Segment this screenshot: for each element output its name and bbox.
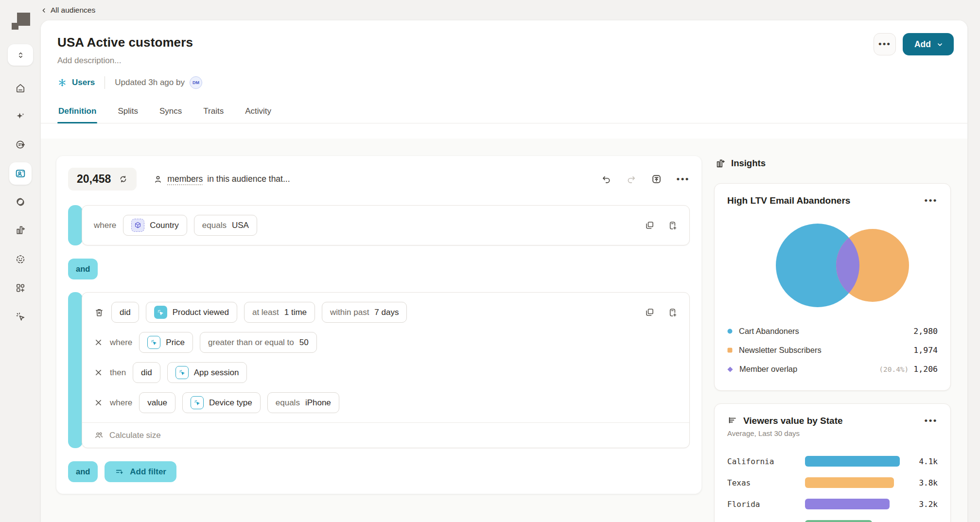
did-label: did (120, 308, 131, 317)
bar-row: Texas 3.8k (727, 477, 938, 488)
app-logo[interactable] (12, 12, 31, 31)
sidebar-item-assistant[interactable] (15, 111, 26, 122)
where-keyword: where (110, 338, 132, 348)
property-label: Price (166, 338, 185, 348)
calculate-size-button[interactable]: Calculate size (82, 422, 689, 448)
and-connector-2[interactable]: and (68, 461, 98, 482)
operator-muted: greater than or equal to (208, 338, 294, 348)
cube-icon (131, 219, 144, 232)
bar-chart-plus-icon (15, 225, 26, 236)
event-pill-app-session[interactable]: App session (167, 362, 247, 383)
people-icon (94, 430, 104, 440)
sidebar-item-audiences[interactable] (9, 162, 32, 185)
chevron-left-icon (41, 7, 47, 14)
window-muted: within past (330, 308, 369, 317)
event-pill-product-viewed[interactable]: Product viewed (146, 302, 237, 323)
person-icon (153, 174, 163, 184)
bar-california[interactable] (805, 456, 900, 467)
loop-icon (15, 196, 26, 208)
bars-card-more-button[interactable]: ••• (925, 416, 938, 426)
remove-condition-icon[interactable] (94, 338, 103, 347)
header-more-button[interactable]: ••• (874, 33, 896, 55)
duplicate-icon[interactable] (645, 220, 655, 230)
save-template-button[interactable] (651, 174, 662, 185)
bar-value: 3.8k (911, 478, 938, 487)
bars-card-subtitle: Average, Last 30 days (727, 429, 938, 437)
legend-row: Member overlap (20.4%)1,206 (727, 360, 938, 379)
did-pill[interactable]: did (111, 302, 139, 323)
members-link[interactable]: members (167, 174, 203, 184)
operator-pill-equals-iphone[interactable]: equals iPhone (267, 392, 339, 413)
undo-button[interactable] (601, 174, 612, 184)
and-connector-1[interactable]: and (68, 259, 98, 279)
property-label: Device type (209, 398, 252, 408)
calculate-size-label: Calculate size (109, 431, 161, 440)
bar-florida[interactable] (805, 499, 890, 509)
venn-card-more-button[interactable]: ••• (925, 195, 938, 206)
sidebar-item-workspace-switcher[interactable] (8, 44, 33, 66)
then-keyword: then (110, 368, 126, 378)
tab-bar: Definition Splits Syncs Traits Activity (41, 102, 967, 123)
bar-new-york[interactable] (805, 520, 872, 522)
paste-add-icon[interactable] (667, 220, 678, 230)
logo-square-large (17, 13, 30, 26)
legend-row: Newsletter Subscribers 1,974 (727, 341, 938, 360)
remove-condition-icon[interactable] (94, 368, 103, 377)
source-link[interactable]: Users (57, 78, 95, 87)
breadcrumb[interactable]: All audiences (41, 6, 95, 15)
bar-value: 4.1k (911, 457, 938, 466)
frequency-pill[interactable]: at least 1 time (244, 302, 315, 323)
redo-button[interactable] (626, 174, 636, 184)
logo-square-small (12, 23, 18, 30)
insights-title: Insights (731, 158, 766, 169)
duplicate-icon[interactable] (645, 307, 655, 317)
event-spark-icon (154, 306, 167, 319)
tab-definition[interactable]: Definition (57, 102, 97, 123)
tab-splits[interactable]: Splits (117, 102, 139, 123)
property-pill-price[interactable]: Price (139, 332, 193, 353)
venn-card-title: High LTV Email Abandoners (727, 195, 850, 206)
bar-row: California 4.1k (727, 456, 938, 467)
updated-text: Updated 3h ago by (115, 78, 185, 87)
did-label: did (141, 368, 152, 378)
condition-accent-bar (68, 292, 83, 448)
attribute-label: Country (150, 221, 179, 230)
time-window-pill[interactable]: within past 7 days (322, 302, 407, 323)
sidebar-item-activations[interactable] (15, 196, 26, 208)
value-pill[interactable]: value (139, 392, 175, 413)
left-sidebar (0, 0, 41, 522)
operator-pill-equals-usa[interactable]: equals USA (194, 215, 257, 236)
event-label: Product viewed (173, 308, 229, 317)
tab-activity[interactable]: Activity (244, 102, 272, 123)
member-count-pill[interactable]: 20,458 (68, 168, 137, 191)
paste-add-icon[interactable] (667, 307, 678, 317)
did-pill[interactable]: did (133, 362, 160, 383)
trash-icon[interactable] (94, 307, 105, 318)
refresh-icon[interactable] (119, 174, 128, 184)
avatar[interactable]: DM (190, 76, 202, 89)
bar-texas[interactable] (805, 477, 894, 488)
description-placeholder[interactable]: Add description... (57, 56, 950, 66)
add-button[interactable]: Add (903, 33, 954, 55)
property-pill-device-type[interactable]: Device type (182, 392, 261, 413)
chevron-up-down-icon (16, 51, 25, 60)
sidebar-item-profiles[interactable] (15, 254, 26, 265)
sidebar-item-home[interactable] (15, 83, 26, 94)
sidebar-item-apps[interactable] (15, 282, 26, 294)
cursor-spark-icon (15, 311, 26, 322)
sidebar-item-automations[interactable] (15, 311, 26, 322)
venn-legend: Cart Abandoners 2,980 Newsletter Subscri… (727, 322, 938, 379)
operator-pill-gte-50[interactable]: greater than or equal to 50 (200, 332, 317, 353)
tab-traits[interactable]: Traits (202, 102, 225, 123)
legend-value: 1,206 (913, 365, 938, 374)
sidebar-item-analytics[interactable] (15, 225, 26, 236)
tab-syncs[interactable]: Syncs (158, 102, 183, 123)
attribute-pill-country[interactable]: Country (123, 215, 187, 236)
builder-more-button[interactable]: ••• (677, 174, 690, 185)
bar-label: Texas (727, 478, 805, 487)
add-filter-button[interactable]: Add filter (105, 461, 176, 482)
remove-condition-icon[interactable] (94, 398, 103, 407)
main-panel: USA Active customers Add description... … (41, 20, 967, 522)
legend-row: Cart Abandoners 2,980 (727, 322, 938, 341)
sidebar-item-journeys[interactable] (15, 139, 26, 150)
